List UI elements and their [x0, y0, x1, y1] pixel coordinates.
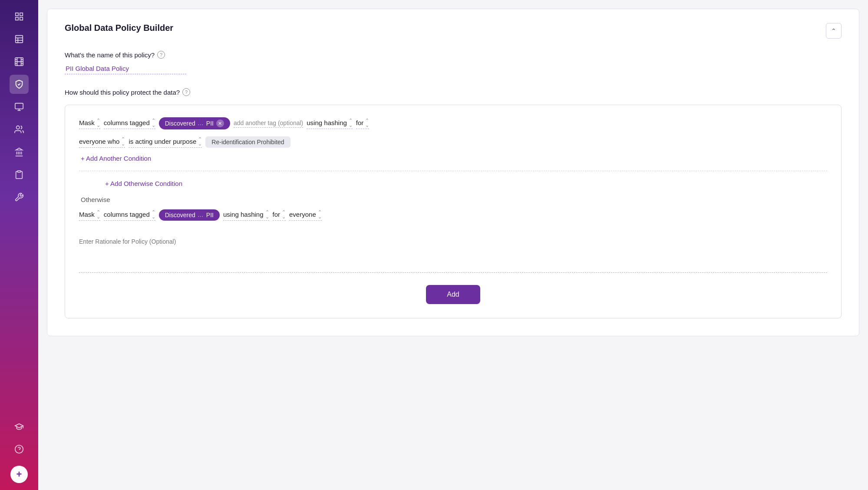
is-acting-label: is acting under purpose [129, 138, 196, 145]
add-otherwise-condition-label: + Add Otherwise Condition [105, 180, 182, 187]
for-label: for [356, 119, 364, 126]
sidebar: + [0, 0, 38, 490]
building-icon[interactable] [10, 142, 29, 162]
otherwise-columns-tagged-chevron: ⌃⌄ [152, 210, 155, 219]
is-acting-token[interactable]: is acting under purpose ⌃⌄ [129, 137, 202, 148]
everyone-who-chevron: ⌃⌄ [121, 137, 125, 146]
svg-rect-0 [16, 13, 18, 16]
otherwise-using-hashing-chevron: ⌃⌄ [265, 210, 269, 219]
policy-name-input[interactable]: PII Global Data Policy [65, 63, 186, 74]
otherwise-using-hashing-label: using hashing [223, 211, 264, 218]
otherwise-columns-tagged-token[interactable]: columns tagged ⌃⌄ [104, 210, 155, 221]
mask-token[interactable]: Mask ⌃⌄ [79, 118, 100, 129]
using-hashing-token[interactable]: using hashing ⌃⌄ [307, 118, 353, 129]
users-icon[interactable] [10, 120, 29, 139]
using-hashing-chevron: ⌃⌄ [349, 118, 353, 128]
page-title: Global Data Policy Builder [65, 23, 173, 33]
otherwise-using-hashing-token[interactable]: using hashing ⌃⌄ [223, 210, 269, 221]
otherwise-everyone-chevron: ⌃⌄ [318, 210, 322, 219]
add-another-condition-link[interactable]: + Add Another Condition [81, 155, 827, 162]
otherwise-tag-value: PII [206, 212, 214, 219]
otherwise-discovered-pii-tag[interactable]: Discovered ... PII [159, 209, 220, 221]
add-another-tag[interactable]: add another tag (optional) [234, 119, 303, 128]
otherwise-for-chevron: ⌃⌄ [282, 210, 286, 219]
using-hashing-label: using hashing [307, 119, 347, 126]
mask-chevron: ⌃⌄ [96, 118, 100, 128]
table-icon[interactable] [10, 30, 29, 49]
page-container: Global Data Policy Builder ⌃ What's the … [47, 9, 859, 336]
main-content: Global Data Policy Builder ⌃ What's the … [38, 0, 868, 490]
columns-tagged-label: columns tagged [104, 119, 150, 126]
policy-name-label: What's the name of this policy? ? [65, 51, 842, 59]
svg-rect-16 [15, 103, 23, 109]
collapse-button[interactable]: ⌃ [826, 23, 842, 39]
primary-policy-row: Mask ⌃⌄ columns tagged ⌃⌄ Discovered ...… [79, 117, 827, 129]
shield-icon[interactable] [10, 75, 29, 94]
grid-icon[interactable] [10, 7, 29, 26]
add-another-condition-label: + Add Another Condition [81, 155, 151, 162]
is-acting-chevron: ⌃⌄ [198, 137, 202, 146]
chevron-up-icon: ⌃ [831, 27, 836, 34]
protect-data-label: How should this policy protect the data?… [65, 88, 842, 96]
columns-tagged-token[interactable]: columns tagged ⌃⌄ [104, 118, 155, 129]
otherwise-for-label: for [273, 211, 281, 218]
otherwise-everyone-token[interactable]: everyone ⌃⌄ [289, 210, 322, 221]
otherwise-mask-token[interactable]: Mask ⌃⌄ [79, 210, 100, 221]
otherwise-mask-chevron: ⌃⌄ [96, 210, 100, 219]
otherwise-policy-row: Mask ⌃⌄ columns tagged ⌃⌄ Discovered ...… [79, 209, 827, 221]
tag-name: Discovered [165, 120, 195, 127]
condition-row: everyone who ⌃⌄ is acting under purpose … [79, 136, 827, 148]
otherwise-mask-label: Mask [79, 211, 95, 218]
tag-dots: ... [198, 120, 204, 126]
for-token[interactable]: for ⌃⌄ [356, 118, 370, 129]
page-header: Global Data Policy Builder ⌃ [65, 23, 842, 39]
svg-rect-4 [16, 36, 23, 43]
for-chevron: ⌃⌄ [365, 118, 369, 128]
film-icon[interactable] [10, 52, 29, 71]
add-button[interactable]: + [10, 466, 28, 483]
otherwise-everyone-label: everyone [289, 211, 316, 218]
svg-rect-1 [20, 13, 23, 16]
graduation-icon[interactable] [10, 417, 29, 436]
monitor-icon[interactable] [10, 97, 29, 116]
otherwise-label: Otherwise [81, 196, 827, 203]
discovered-pii-tag[interactable]: Discovered ... PII ✕ [159, 117, 230, 129]
tag-close-icon[interactable]: ✕ [216, 119, 224, 127]
svg-rect-3 [20, 17, 23, 20]
everyone-who-label: everyone who [79, 138, 119, 145]
svg-rect-2 [16, 17, 18, 20]
columns-tagged-chevron: ⌃⌄ [152, 118, 155, 128]
otherwise-for-token[interactable]: for ⌃⌄ [273, 210, 286, 221]
add-policy-button[interactable]: Add [426, 285, 480, 304]
purpose-badge[interactable]: Re-identification Prohibited [205, 136, 290, 148]
clipboard-icon[interactable] [10, 165, 29, 184]
svg-marker-25 [16, 148, 23, 150]
mask-label: Mask [79, 119, 95, 126]
policy-name-help-icon[interactable]: ? [157, 51, 165, 59]
protect-help-icon[interactable]: ? [182, 88, 190, 96]
rationale-textarea[interactable] [79, 238, 827, 273]
svg-point-19 [17, 126, 20, 129]
otherwise-columns-tagged-label: columns tagged [104, 211, 150, 218]
otherwise-tag-name: Discovered [165, 212, 195, 219]
add-otherwise-condition-link[interactable]: + Add Otherwise Condition [105, 180, 827, 187]
otherwise-tag-dots: ... [198, 212, 204, 218]
tag-value: PII [206, 120, 214, 127]
svg-rect-26 [17, 171, 20, 172]
wrench-icon[interactable] [10, 188, 29, 207]
everyone-who-token[interactable]: everyone who ⌃⌄ [79, 137, 125, 148]
help-circle-icon[interactable] [10, 440, 29, 459]
policy-builder-box: Mask ⌃⌄ columns tagged ⌃⌄ Discovered ...… [65, 105, 842, 318]
separator [79, 171, 827, 171]
